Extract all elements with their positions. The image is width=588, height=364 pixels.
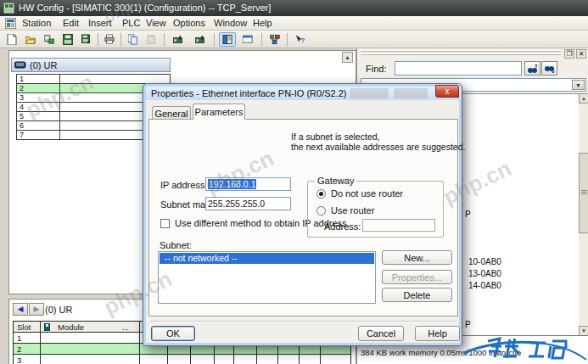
context-help-icon[interactable]: ? xyxy=(292,32,309,47)
new-button[interactable]: New... xyxy=(382,250,452,265)
find-input[interactable] xyxy=(395,61,522,76)
no-router-radio[interactable] xyxy=(316,189,326,199)
method-checkbox[interactable] xyxy=(160,219,170,228)
find-row: Find: xyxy=(357,60,588,79)
col-more[interactable]: ... xyxy=(122,322,129,332)
copy-icon[interactable] xyxy=(125,32,142,47)
svg-text:#: # xyxy=(87,40,91,45)
find-previous-icon[interactable] xyxy=(541,61,557,76)
ip-address-label: IP address: xyxy=(160,180,207,190)
ok-button[interactable]: OK xyxy=(151,326,195,341)
glass-artifact xyxy=(394,88,428,98)
dialog-title: Properties - Ethernet interface PN-IO (R… xyxy=(151,88,346,98)
dialog-titlebar[interactable]: Properties - Ethernet interface PN-IO (R… xyxy=(146,87,461,100)
no-router-label: Do not use router xyxy=(331,188,403,199)
menu-view[interactable]: View xyxy=(144,18,168,28)
tree-item-fragment[interactable]: P xyxy=(465,320,471,329)
menu-help[interactable]: Help xyxy=(251,18,274,28)
col-module[interactable]: Module xyxy=(58,322,84,332)
mdi-child-icon[interactable] xyxy=(5,18,16,29)
scrollbar-up-arrow[interactable]: ▲ xyxy=(342,52,353,63)
new-station-icon[interactable] xyxy=(3,32,20,47)
pane-grip[interactable] xyxy=(361,50,561,52)
nav-forward-button[interactable]: ▶ xyxy=(29,303,44,316)
pane-grip[interactable] xyxy=(361,53,561,55)
upload-icon[interactable] xyxy=(192,32,209,47)
find-next-icon[interactable] xyxy=(524,61,540,76)
save-icon[interactable] xyxy=(59,32,76,47)
scroll-thumb[interactable] xyxy=(579,153,588,233)
slot-row[interactable]: 3 xyxy=(14,355,350,364)
window-titlebar: HW Config - [SIMATIC 300(1) (Configurati… xyxy=(0,0,588,16)
svg-text:?: ? xyxy=(300,36,305,44)
tree-item-fragment[interactable]: 14-0AB0 xyxy=(468,281,501,290)
use-router-label: Use router xyxy=(331,205,374,216)
parameters-tab-page: If a subnet is selected, the next availa… xyxy=(148,119,458,316)
tree-item-fragment[interactable]: P xyxy=(465,210,471,219)
chevron-down-icon[interactable]: ▼ xyxy=(572,80,585,90)
help-button[interactable]: Help xyxy=(415,326,460,341)
rack-header[interactable]: (0) UR xyxy=(11,58,171,72)
menubar: Station Edit Insert PLC View Options Win… xyxy=(0,16,588,31)
open-online-icon[interactable] xyxy=(41,32,58,47)
menu-station[interactable]: Station xyxy=(20,18,53,28)
menu-window[interactable]: Window xyxy=(212,18,249,28)
download-icon[interactable] xyxy=(170,32,187,47)
gateway-legend: Gateway xyxy=(315,176,356,186)
toolbar: # ? xyxy=(0,31,588,48)
menu-plc[interactable]: PLC xyxy=(120,18,142,28)
gateway-groupbox: Gateway Do not use router Use router Add… xyxy=(307,181,444,238)
tree-item-fragment[interactable]: 10-0AB0 xyxy=(468,257,501,266)
address-overview-icon[interactable] xyxy=(239,32,256,47)
use-router-radio[interactable] xyxy=(316,206,326,216)
nav-back-button[interactable]: ◀ xyxy=(13,303,28,316)
menu-edit[interactable]: Edit xyxy=(61,18,81,28)
hint-line2: the next available addresses are suggest… xyxy=(291,142,465,152)
dialog-separator xyxy=(150,321,456,322)
tree-item-fragment[interactable]: 13-0AB0 xyxy=(468,269,501,278)
module-icon xyxy=(44,323,50,331)
tab-general[interactable]: General xyxy=(152,106,191,120)
router-address-field[interactable] xyxy=(362,219,435,232)
subnet-mask-field[interactable]: 255.255.255.0 xyxy=(205,197,291,210)
find-label: Find: xyxy=(366,64,386,74)
network-icon[interactable] xyxy=(266,32,283,47)
subnet-item-selected[interactable]: -- not networked -- xyxy=(160,253,374,264)
pane-restore-icon[interactable]: ❐ xyxy=(564,49,574,59)
app-icon xyxy=(3,3,14,14)
ip-address-field[interactable]: 192.168.0.1 xyxy=(205,177,291,191)
subnet-list-label: Subnet: xyxy=(160,240,192,250)
delete-button[interactable]: Delete xyxy=(382,288,452,302)
glass-artifact xyxy=(350,88,389,98)
pane-close-icon[interactable]: ✕ xyxy=(576,49,586,59)
save-compile-icon[interactable]: # xyxy=(78,32,95,47)
cancel-button[interactable]: Cancel xyxy=(358,326,404,341)
open-station-icon[interactable] xyxy=(22,32,39,47)
properties-button[interactable]: Properties... xyxy=(382,270,452,284)
subnet-listbox[interactable]: -- not networked -- xyxy=(158,251,376,304)
router-address-label: Address: xyxy=(324,221,361,232)
rack-title: (0) UR xyxy=(30,60,57,70)
menu-insert[interactable]: Insert xyxy=(87,18,114,28)
hint-line1: If a subnet is selected, xyxy=(291,132,379,142)
paste-icon[interactable] xyxy=(143,32,160,47)
catalog-scrollbar[interactable]: ▲ ▼ xyxy=(579,93,588,336)
module-description: 384 KB work memory 0.05ms/1000 instructi… xyxy=(361,348,585,358)
close-icon[interactable]: x xyxy=(435,85,459,98)
menu-options[interactable]: Options xyxy=(171,18,207,28)
properties-dialog: Properties - Ethernet interface PN-IO (R… xyxy=(143,83,462,346)
scroll-up-icon[interactable]: ▲ xyxy=(579,93,588,104)
catalog-toggle-icon[interactable] xyxy=(219,32,236,47)
window-title: HW Config - [SIMATIC 300(1) (Configurati… xyxy=(19,3,271,13)
tab-parameters[interactable]: Parameters xyxy=(193,104,245,120)
detail-pane-title: (0) UR xyxy=(45,305,72,315)
col-slot[interactable]: Slot xyxy=(17,322,31,332)
print-icon[interactable] xyxy=(101,32,118,47)
rack-icon xyxy=(14,61,26,69)
